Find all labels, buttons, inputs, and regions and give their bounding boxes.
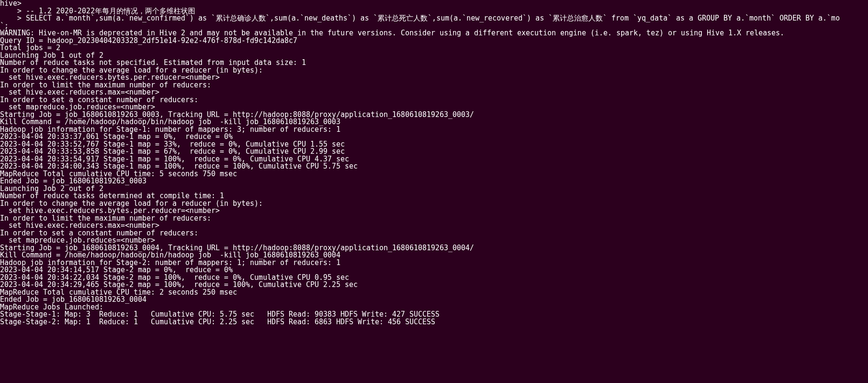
terminal-line: Total jobs = 2 (0, 44, 868, 52)
terminal-line: > SELECT a.`month`,sum(a.`new_confirmed`… (0, 15, 868, 22)
terminal-line: Query ID = hadoop_20230404203328_2df51e1… (0, 37, 868, 45)
terminal-output[interactable]: hive> > -- 1.2 2020-2022年每月的情况，两个多维柱状图 >… (0, 0, 868, 326)
terminal-line: Ended Job = job_1680610819263_0003 (0, 178, 868, 185)
terminal-line: Stage-Stage-2: Map: 1 Reduce: 1 Cumulati… (0, 319, 868, 326)
terminal-line: Ended Job = job_1680610819263_0004 (0, 296, 868, 304)
